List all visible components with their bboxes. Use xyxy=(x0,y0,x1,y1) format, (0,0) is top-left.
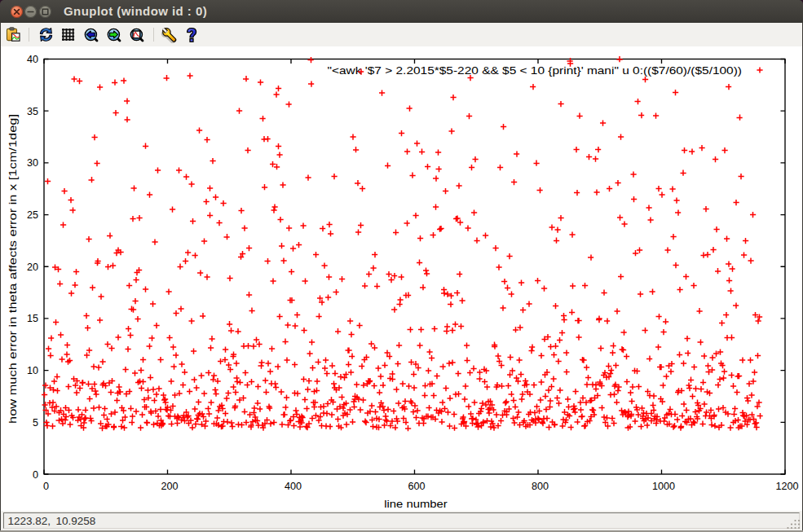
svg-text:600: 600 xyxy=(408,481,425,492)
svg-text:25: 25 xyxy=(27,209,38,221)
svg-text:800: 800 xyxy=(532,481,549,492)
svg-text:1200: 1200 xyxy=(775,481,798,492)
svg-text:20: 20 xyxy=(27,262,38,273)
svg-text:30: 30 xyxy=(27,157,38,169)
svg-text:line number: line number xyxy=(384,498,448,510)
svg-text:how much error in theta affect: how much error in theta affects error in… xyxy=(7,114,19,424)
svg-text:200: 200 xyxy=(161,481,178,492)
svg-text:35: 35 xyxy=(27,106,38,117)
svg-text:0: 0 xyxy=(43,481,49,492)
svg-text:"<awk '$7 > 2.2015*$5-220 && $: "<awk '$7 > 2.2015*$5-220 && $5 < 10 {pr… xyxy=(328,64,743,77)
svg-text:400: 400 xyxy=(285,481,302,492)
svg-text:10: 10 xyxy=(27,365,38,376)
svg-text:15: 15 xyxy=(27,313,38,324)
svg-text:1000: 1000 xyxy=(652,481,675,492)
svg-text:5: 5 xyxy=(33,417,38,429)
svg-text:40: 40 xyxy=(27,54,38,65)
svg-text:0: 0 xyxy=(33,469,38,481)
